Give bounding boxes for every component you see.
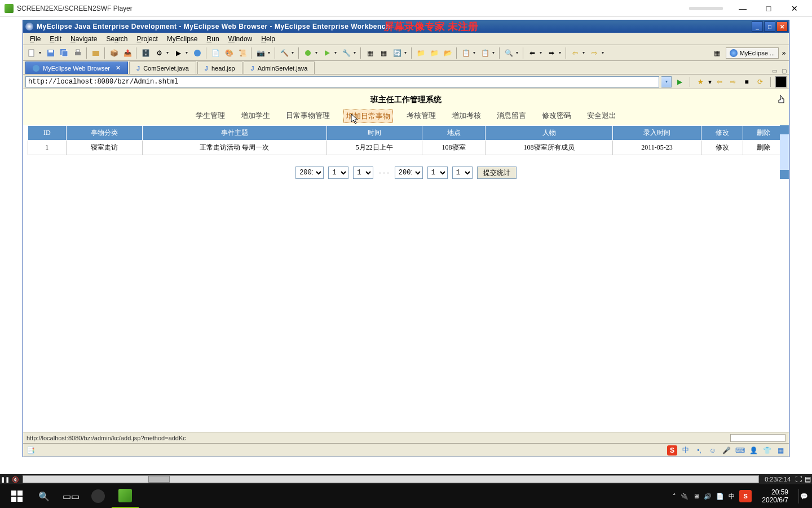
tab-close-icon[interactable]: ✕: [116, 64, 121, 72]
cell-delete-link[interactable]: 删除: [743, 141, 784, 155]
browser-go-button[interactable]: ▶: [674, 76, 685, 87]
menu-file[interactable]: File: [25, 34, 45, 44]
js-button[interactable]: 📜: [236, 47, 249, 59]
ime-punct-icon[interactable]: •,: [694, 445, 704, 456]
grid1-button[interactable]: ▦: [364, 47, 376, 59]
sogou-ime-icon[interactable]: S: [667, 445, 677, 456]
tab-head-jsp[interactable]: J head.jsp: [197, 62, 242, 74]
task-view-button[interactable]: ▭▭: [58, 484, 85, 508]
search-taskbar-button[interactable]: 🔍: [30, 484, 58, 508]
taskbar-app-1[interactable]: [85, 484, 112, 508]
player-close-button[interactable]: ✕: [782, 0, 807, 17]
nav-add-daily[interactable]: 增加日常事物: [343, 110, 393, 123]
player-pause-button[interactable]: ❚❚: [0, 474, 10, 484]
ime-tool-icon[interactable]: ▦: [775, 445, 785, 456]
open-type-button[interactable]: [90, 47, 102, 59]
debug-button[interactable]: [302, 47, 314, 59]
server-button[interactable]: 🗄️: [139, 47, 152, 59]
day-from-select[interactable]: 1: [353, 167, 373, 179]
prev-ann-button[interactable]: ⬅: [526, 47, 539, 59]
menu-navigate[interactable]: Navigate: [66, 34, 102, 44]
player-thumb[interactable]: [148, 476, 170, 483]
tray-network-icon[interactable]: 🖥: [693, 493, 699, 500]
menu-project[interactable]: Project: [132, 34, 162, 44]
menu-window[interactable]: Window: [224, 34, 257, 44]
ime-lang-icon[interactable]: 中: [681, 445, 691, 456]
tab-comservlet[interactable]: J ComServlet.java: [129, 62, 196, 74]
browser-refresh-button[interactable]: ⟳: [754, 76, 766, 87]
nav-change-password[interactable]: 修改密码: [540, 110, 573, 123]
inner-scrollbar[interactable]: [780, 125, 789, 179]
browser-back-button[interactable]: ⇦: [714, 76, 725, 87]
address-input[interactable]: [25, 76, 659, 87]
camera-button[interactable]: 📷: [254, 47, 267, 59]
build-button[interactable]: 🔨: [278, 47, 290, 59]
browser-favorite-button[interactable]: ★: [695, 76, 706, 87]
search-toolbar-button[interactable]: 🔍: [502, 47, 515, 59]
player-track[interactable]: [23, 475, 759, 483]
tray-up-icon[interactable]: ˄: [673, 493, 676, 500]
external-button[interactable]: 🔧: [340, 47, 352, 59]
tab-controls[interactable]: ▭ ▢: [772, 68, 787, 74]
nav-student-mgmt[interactable]: 学生管理: [193, 110, 227, 123]
tab-adminservlet[interactable]: J AdminServlet.java: [244, 62, 315, 74]
menu-help[interactable]: Help: [257, 34, 280, 44]
tray-clock[interactable]: 20:59 2020/6/7: [762, 488, 788, 505]
tray-note-icon[interactable]: 📄: [716, 493, 724, 500]
grid2-button[interactable]: ▦: [377, 47, 390, 59]
nav-logout[interactable]: 安全退出: [585, 110, 619, 123]
folder3-button[interactable]: 📂: [442, 47, 454, 59]
eclipse-close-button[interactable]: ✕: [776, 21, 788, 32]
save-all-button[interactable]: [58, 47, 70, 59]
nav-add-student[interactable]: 增加学生: [239, 110, 272, 123]
address-dropdown-button[interactable]: ▾: [661, 76, 672, 87]
show-view-button[interactable]: 📑: [27, 446, 35, 454]
menu-run[interactable]: Run: [202, 34, 224, 44]
next-ann-button[interactable]: ➡: [545, 47, 558, 59]
taskbar-app-player[interactable]: [112, 484, 139, 508]
nav-messages[interactable]: 消息留言: [495, 110, 528, 123]
package-button[interactable]: 📦: [108, 47, 120, 59]
open-perspective-button[interactable]: ▦: [711, 47, 723, 59]
tray-volume-icon[interactable]: 🔊: [704, 493, 712, 500]
day-to-select[interactable]: 1: [452, 167, 473, 179]
config-button[interactable]: ⚙: [153, 47, 165, 59]
menu-myeclipse[interactable]: MyEclipse: [162, 34, 202, 44]
back-history-button[interactable]: ⇦: [569, 47, 581, 59]
month-from-select[interactable]: 1: [328, 167, 348, 179]
folder1-button[interactable]: 📁: [414, 47, 427, 59]
xml-button[interactable]: 📄: [209, 47, 222, 59]
player-mute-button[interactable]: 🔇: [10, 474, 20, 484]
ime-skin-icon[interactable]: 👕: [762, 445, 772, 456]
ime-emoji-icon[interactable]: ☺: [708, 445, 718, 456]
run-button[interactable]: [321, 47, 333, 59]
player-minimize-button[interactable]: —: [730, 0, 756, 17]
tab-web-browser[interactable]: MyEclipse Web Browser ✕: [25, 62, 128, 74]
refresh-button[interactable]: 🔄: [391, 47, 403, 59]
ime-keyboard-icon[interactable]: ⌨: [735, 445, 745, 456]
submit-stats-button[interactable]: 提交统计: [477, 167, 517, 179]
css-button[interactable]: 🎨: [223, 47, 235, 59]
nav-assessment-mgmt[interactable]: 考核管理: [404, 110, 438, 123]
player-fullscreen-button[interactable]: ⛶: [794, 474, 803, 484]
open-task-button[interactable]: 📋: [460, 47, 472, 59]
nav-add-assessment[interactable]: 增加考核: [449, 110, 483, 123]
deploy-button[interactable]: 📤: [121, 47, 134, 59]
perspective-switcher[interactable]: MyEclipse ...: [726, 47, 779, 59]
menu-search[interactable]: Search: [102, 34, 132, 44]
ime-user-icon[interactable]: 👤: [748, 445, 758, 456]
notification-center-button[interactable]: 💬: [798, 489, 809, 503]
cell-edit-link[interactable]: 修改: [701, 141, 743, 155]
fwd-history-button[interactable]: ⇨: [588, 47, 601, 59]
browser-forward-button[interactable]: ⇨: [727, 76, 739, 87]
browser-button[interactable]: [191, 47, 204, 59]
tray-icon-1[interactable]: 🔌: [681, 493, 689, 500]
player-maximize-button[interactable]: □: [756, 0, 782, 17]
tray-sogou-icon[interactable]: S: [739, 490, 752, 502]
tray-lang-icon[interactable]: 中: [729, 492, 735, 501]
new-button[interactable]: [25, 47, 38, 59]
browser-stop-button[interactable]: ■: [741, 76, 752, 87]
eclipse-maximize-button[interactable]: □: [764, 21, 775, 32]
menu-edit[interactable]: Edit: [45, 34, 66, 44]
nav-daily-mgmt[interactable]: 日常事物管理: [284, 110, 332, 123]
